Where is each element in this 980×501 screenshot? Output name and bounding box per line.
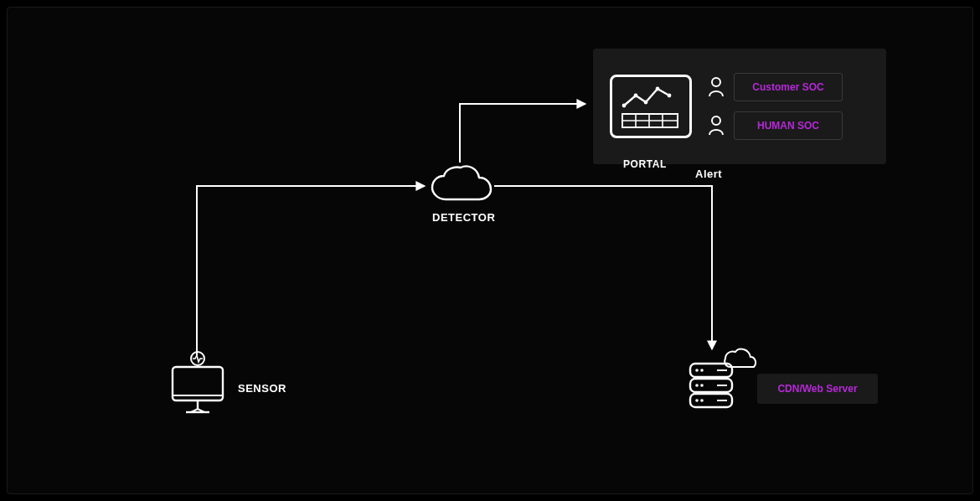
svg-point-8 <box>668 94 672 98</box>
svg-point-6 <box>644 101 648 105</box>
customer-soc-pill: Customer SOC <box>734 73 843 101</box>
human-soc-pill: HUMAN SOC <box>734 111 843 140</box>
sensor-label: SENSOR <box>238 382 286 395</box>
svg-point-14 <box>712 78 720 86</box>
alert-label: Alert <box>695 168 722 180</box>
svg-point-15 <box>712 116 720 125</box>
person-icon <box>707 115 725 137</box>
cdn-web-server-pill: CDN/Web Server <box>757 374 878 404</box>
svg-point-7 <box>656 87 660 91</box>
svg-point-4 <box>622 104 627 108</box>
portal-label: PORTAL <box>623 158 667 170</box>
detector-label: DETECTOR <box>432 211 495 224</box>
soc-panel: PORTAL Customer SOC HUMAN SOC <box>593 49 886 164</box>
svg-point-5 <box>634 94 638 98</box>
portal-dashboard-icon <box>610 75 692 138</box>
person-icon <box>707 76 725 98</box>
